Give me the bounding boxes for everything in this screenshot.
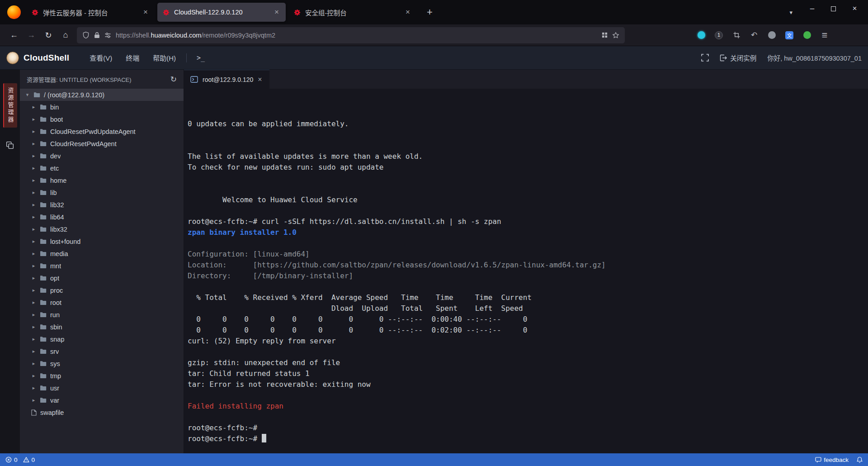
tree-item[interactable]: ▸CloudrResetPwdAgent bbox=[20, 138, 184, 150]
chevron-right-icon: ▸ bbox=[31, 336, 36, 342]
tree-item[interactable]: ▸media bbox=[20, 247, 184, 260]
folder-icon bbox=[40, 177, 47, 183]
chevron-right-icon: ▸ bbox=[31, 275, 36, 281]
menu-view[interactable]: 查看(V) bbox=[83, 53, 119, 62]
bell-icon[interactable] bbox=[857, 456, 863, 463]
terminal-tab[interactable]: root@122.9.0.120 × bbox=[184, 70, 269, 89]
terminal-line: root@ecs-fcfb:~# bbox=[188, 433, 868, 444]
feedback-button[interactable]: feedback bbox=[815, 456, 849, 463]
gray-extension-icon[interactable] bbox=[766, 29, 778, 41]
browser-tab-title: 安全组-控制台 bbox=[305, 8, 400, 17]
warning-counter[interactable]: 0 bbox=[23, 456, 35, 463]
tree-item[interactable]: ▸var bbox=[20, 394, 184, 406]
permissions-icon[interactable] bbox=[104, 32, 111, 38]
qr-grid-icon[interactable] bbox=[602, 32, 608, 38]
terminal-line: Dload Upload Total Spent Left Speed bbox=[188, 303, 868, 314]
tab-close-icon[interactable]: × bbox=[404, 8, 411, 17]
tree-item[interactable]: ▸CloudResetPwdUpdateAgent bbox=[20, 125, 184, 138]
firefox-logo-icon[interactable] bbox=[7, 5, 21, 19]
tree-item[interactable]: ▸mnt bbox=[20, 260, 184, 272]
tree-item[interactable]: ▸sbin bbox=[20, 321, 184, 333]
list-all-tabs-icon[interactable]: ▾ bbox=[780, 9, 802, 16]
tree-item[interactable]: ▸etc bbox=[20, 162, 184, 174]
undo-arrow-icon[interactable]: ↶ bbox=[748, 29, 760, 41]
explorer-header-label: 资源管理器: UNTITLED (WORKSPACE) bbox=[27, 75, 132, 84]
menu-help[interactable]: 帮助(H) bbox=[146, 53, 183, 62]
tree-item[interactable]: ▸tmp bbox=[20, 370, 184, 382]
tree-item[interactable]: ▸run bbox=[20, 309, 184, 321]
new-tab-button[interactable]: + bbox=[420, 6, 440, 18]
menu-hamburger-icon[interactable]: ≡ bbox=[819, 29, 830, 41]
tree-item[interactable]: ▸root bbox=[20, 296, 184, 309]
chevron-right-icon: ▸ bbox=[31, 141, 36, 147]
shield-badge-icon[interactable]: 1 bbox=[713, 29, 725, 41]
tree-item[interactable]: ▸home bbox=[20, 174, 184, 186]
forward-icon[interactable]: → bbox=[23, 28, 40, 43]
tab-close-icon[interactable]: × bbox=[258, 76, 262, 84]
tab-close-icon[interactable]: × bbox=[273, 8, 280, 17]
terminal-output[interactable]: 0 updates can be applied immediately.The… bbox=[184, 89, 868, 453]
screenshot-crop-icon[interactable] bbox=[731, 29, 742, 41]
tree-item-root[interactable]: ▾/ (root@122.9.0.120) bbox=[20, 89, 184, 101]
tree-item[interactable]: ▸sys bbox=[20, 357, 184, 370]
tree-item[interactable]: swapfile bbox=[20, 406, 184, 418]
menu-terminal[interactable]: 终端 bbox=[119, 53, 146, 62]
minimize-button[interactable]: – bbox=[802, 0, 823, 17]
tree-item-label: CloudResetPwdUpdateAgent bbox=[50, 128, 136, 135]
tree-item-label: srv bbox=[50, 348, 59, 355]
tree-item[interactable]: ▸usr bbox=[20, 382, 184, 394]
terminal-tab-label: root@122.9.0.120 bbox=[203, 76, 253, 83]
terminal-line bbox=[188, 129, 868, 140]
terminal-line bbox=[188, 281, 868, 292]
tree-item[interactable]: ▸srv bbox=[20, 345, 184, 357]
tree-item[interactable]: ▸snap bbox=[20, 333, 184, 345]
new-terminal-icon[interactable]: >_ bbox=[190, 54, 211, 62]
copy-icon[interactable] bbox=[6, 141, 14, 149]
tree-item[interactable]: ▸proc bbox=[20, 284, 184, 296]
tree-item[interactable]: ▸lib bbox=[20, 186, 184, 199]
explorer-activity-tab[interactable]: 资源管理器 bbox=[3, 83, 17, 128]
maximize-button[interactable] bbox=[823, 0, 844, 17]
close-button[interactable]: × bbox=[844, 0, 865, 17]
terminal-line bbox=[188, 184, 868, 195]
tree-item[interactable]: ▸libx32 bbox=[20, 223, 184, 235]
tree-item[interactable]: ▸bin bbox=[20, 101, 184, 113]
cyan-extension-icon[interactable] bbox=[695, 29, 707, 41]
chevron-right-icon: ▸ bbox=[31, 397, 36, 403]
tab-close-icon[interactable]: × bbox=[142, 8, 149, 17]
terminal-line bbox=[188, 390, 868, 401]
back-icon[interactable]: ← bbox=[5, 28, 23, 43]
terminal-tab-bar: root@122.9.0.120 × bbox=[184, 70, 868, 89]
green-extension-icon[interactable] bbox=[801, 29, 813, 41]
lock-icon[interactable] bbox=[94, 32, 100, 38]
close-instance-button[interactable]: 关闭实例 bbox=[720, 53, 756, 62]
huawei-favicon-icon bbox=[294, 9, 301, 16]
tree-item[interactable]: ▸opt bbox=[20, 272, 184, 284]
tree-item[interactable]: ▸lib64 bbox=[20, 211, 184, 223]
browser-tab[interactable]: 安全组-控制台× bbox=[288, 3, 417, 22]
tree-item-label: var bbox=[50, 397, 59, 404]
tree-item-label: lib bbox=[50, 189, 57, 196]
refresh-tree-icon[interactable]: ↻ bbox=[170, 75, 177, 84]
terminal-line: Welcome to Huawei Cloud Service bbox=[188, 195, 868, 205]
chevron-right-icon: ▸ bbox=[31, 116, 36, 122]
tree-item[interactable]: ▸boot bbox=[20, 113, 184, 125]
terminal-line bbox=[188, 108, 868, 119]
refresh-icon[interactable]: ↻ bbox=[40, 28, 57, 43]
browser-tab[interactable]: CloudShell-122.9.0.120× bbox=[157, 3, 286, 22]
folder-icon bbox=[40, 348, 47, 354]
error-counter[interactable]: 0 bbox=[5, 456, 18, 463]
browser-tab[interactable]: 弹性云服务器 - 控制台× bbox=[26, 3, 155, 22]
terminal-line: gzip: stdin: unexpected end of file bbox=[188, 357, 868, 368]
tracking-shield-icon[interactable] bbox=[82, 31, 90, 39]
bookmark-star-icon[interactable] bbox=[612, 32, 619, 39]
url-bar[interactable]: https://shell.huaweicloud.com/remote/r09… bbox=[77, 27, 625, 43]
tree-item[interactable]: ▸lib32 bbox=[20, 199, 184, 211]
resource-explorer-panel: 资源管理器: UNTITLED (WORKSPACE) ↻ ▾/ (root@1… bbox=[20, 70, 184, 453]
tree-item[interactable]: ▸lost+found bbox=[20, 235, 184, 247]
home-icon[interactable]: ⌂ bbox=[57, 28, 74, 43]
fullscreen-icon[interactable] bbox=[701, 54, 709, 62]
tree-item[interactable]: ▸dev bbox=[20, 150, 184, 162]
tree-item-label: root bbox=[50, 299, 61, 306]
translate-icon[interactable]: 文 bbox=[783, 29, 795, 41]
